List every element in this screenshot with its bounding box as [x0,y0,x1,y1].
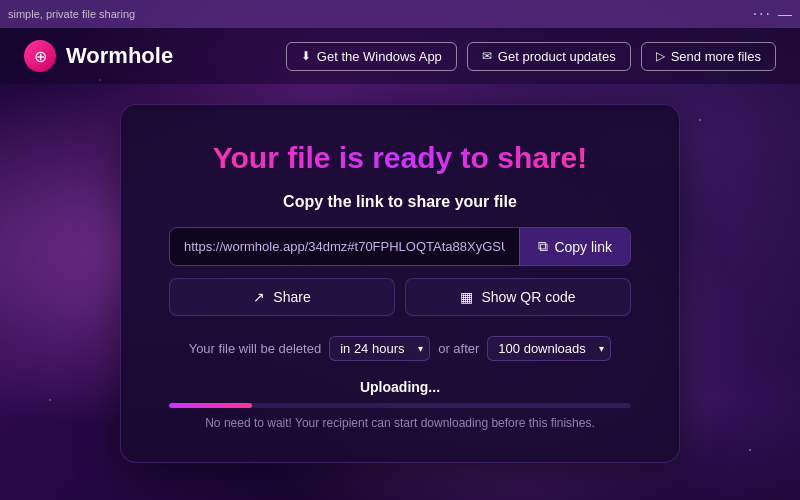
deletion-row: Your file will be deleted in 24 hours in… [169,336,631,361]
product-updates-button[interactable]: ✉ Get product updates [467,42,631,71]
logo: ⊕ Wormhole [24,40,173,72]
titlebar-title: simple, private file sharing [8,8,135,20]
minimize-icon[interactable]: — [778,6,792,22]
windows-app-button[interactable]: ⬇ Get the Windows App [286,42,457,71]
product-updates-label: Get product updates [498,49,616,64]
deletion-prefix: Your file will be deleted [189,341,322,356]
send-more-button[interactable]: ▷ Send more files [641,42,776,71]
windows-app-label: Get the Windows App [317,49,442,64]
mail-icon: ✉ [482,49,492,63]
copy-icon: ⧉ [538,238,548,255]
downloads-select[interactable]: 100 downloads 10 downloads 50 downloads … [487,336,611,361]
time-select[interactable]: in 24 hours in 12 hours in 48 hours in 7… [329,336,430,361]
logo-icon: ⊕ [24,40,56,72]
share-button[interactable]: ↗ Share [169,278,395,316]
deletion-infix: or after [438,341,479,356]
time-select-wrapper: in 24 hours in 12 hours in 48 hours in 7… [329,336,430,361]
qr-icon: ▦ [460,289,473,305]
progress-bar-background [169,403,631,408]
main-content: Your file is ready to share! Copy the li… [0,84,800,463]
copy-subtitle: Copy the link to share your file [169,193,631,211]
qr-code-button[interactable]: ▦ Show QR code [405,278,631,316]
url-row: ⧉ Copy link [169,227,631,266]
share-card: Your file is ready to share! Copy the li… [120,104,680,463]
download-icon: ⬇ [301,49,311,63]
titlebar-controls: ··· — [753,5,792,23]
progress-bar-fill [169,403,252,408]
copy-link-button[interactable]: ⧉ Copy link [519,228,630,265]
qr-label: Show QR code [481,289,575,305]
downloads-select-wrapper: 100 downloads 10 downloads 50 downloads … [487,336,611,361]
nav-buttons: ⬇ Get the Windows App ✉ Get product upda… [286,42,776,71]
share-icon: ↗ [253,289,265,305]
share-label: Share [273,289,310,305]
progress-label: Uploading... [169,379,631,395]
ready-title: Your file is ready to share! [169,141,631,175]
menu-dots-icon[interactable]: ··· [753,5,772,23]
progress-note: No need to wait! Your recipient can star… [169,416,631,430]
send-icon: ▷ [656,49,665,63]
logo-text: Wormhole [66,43,173,69]
navbar: ⊕ Wormhole ⬇ Get the Windows App ✉ Get p… [0,28,800,84]
share-row: ↗ Share ▦ Show QR code [169,278,631,316]
send-more-label: Send more files [671,49,761,64]
copy-link-label: Copy link [554,239,612,255]
titlebar: simple, private file sharing ··· — [0,0,800,28]
share-url-input[interactable] [170,228,519,265]
